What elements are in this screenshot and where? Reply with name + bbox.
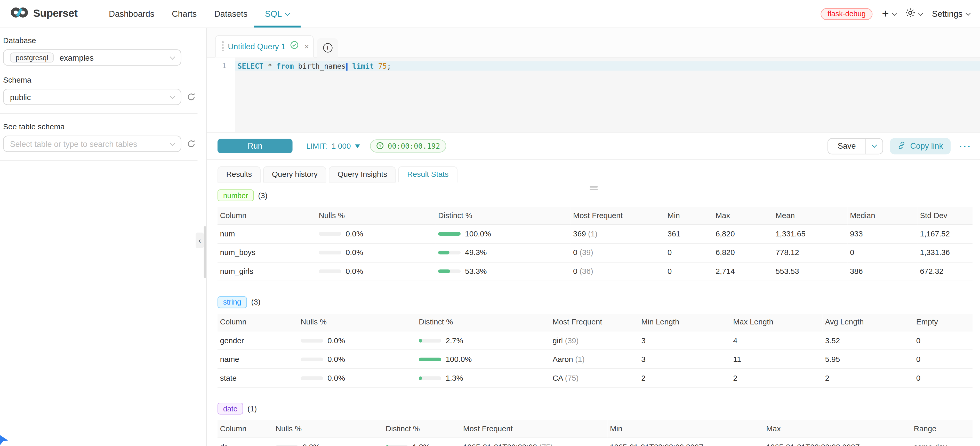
nav-item-sql[interactable]: SQL <box>256 0 298 28</box>
column-header: Max Length <box>731 314 822 331</box>
cell-min: 0 <box>665 262 713 281</box>
save-button[interactable]: Save <box>828 139 865 154</box>
distinct-bar <box>438 269 461 273</box>
line-number: 1 <box>207 61 226 70</box>
nulls-bar <box>319 251 341 255</box>
table-select[interactable]: Select table or type to search tables <box>3 136 181 152</box>
save-options-button[interactable] <box>865 139 883 154</box>
column-count: (3) <box>251 298 260 306</box>
nav-right-cluster: flask-debug + <box>821 0 970 28</box>
refresh-tables-icon[interactable] <box>187 139 196 148</box>
results-tabbar: Results Query history Query Insights Res… <box>207 160 980 183</box>
column-header: Min <box>608 420 764 438</box>
table-row: name 0.0% 100.0% Aaron (1) 3 11 5.95 0 <box>218 350 972 369</box>
cell-column-name: num_boys <box>218 243 317 262</box>
most-frequent-count: (1) <box>588 229 597 238</box>
column-header: Median <box>847 207 917 225</box>
distinct-bar <box>438 251 461 255</box>
nav-item-datasets[interactable]: Datasets <box>205 0 256 28</box>
distinct-pct: 53.3% <box>465 267 487 276</box>
distinct-pct: 100.0% <box>445 355 472 364</box>
most-frequent-value: Aaron <box>552 355 573 364</box>
column-header: Most Frequent <box>571 207 665 225</box>
table-header-row: Column Nulls % Distinct % Most Frequent … <box>218 420 972 438</box>
cell-max-length: 4 <box>731 331 822 350</box>
nulls-pct: 0.0% <box>345 267 363 276</box>
new-item-button[interactable]: + <box>882 8 896 19</box>
brand-name: Superset <box>33 8 77 20</box>
drag-handle-icon[interactable] <box>222 41 223 51</box>
cell-max: 1965-01-01T03:00:00.000Z <box>764 438 912 446</box>
schema-value: public <box>10 92 31 102</box>
editor-gutter: 1 <box>207 57 235 132</box>
copy-link-button[interactable]: Copy link <box>890 138 951 154</box>
cell-min: 0 <box>665 243 713 262</box>
run-button[interactable]: Run <box>218 139 293 153</box>
column-header: Most Frequent <box>550 314 639 331</box>
query-tab[interactable]: Untitled Query 1 × <box>215 35 314 57</box>
sidebar-scrollbar[interactable] <box>204 226 207 278</box>
column-header: Avg Length <box>822 314 914 331</box>
schema-select[interactable]: public <box>3 89 181 105</box>
tab-query-history[interactable]: Query history <box>263 166 326 183</box>
query-timer: 00:00:00.192 <box>370 139 446 153</box>
cell-max-length: 11 <box>731 350 822 369</box>
column-header: Column <box>218 314 298 331</box>
limit-dropdown[interactable]: LIMIT: 1 000 <box>306 142 360 150</box>
environment-badge: flask-debug <box>821 8 873 20</box>
distinct-bar <box>438 232 461 236</box>
type-badge-string: string <box>218 296 247 308</box>
nulls-bar <box>319 232 341 236</box>
distinct-pct: 49.3% <box>465 248 487 257</box>
cell-stddev: 1,167.52 <box>918 225 972 244</box>
database-engine-tag: postgresql <box>10 53 54 62</box>
cell-avg-length: 5.95 <box>822 350 914 369</box>
most-frequent-value: 0 <box>573 248 578 257</box>
refresh-schemas-icon[interactable] <box>187 92 196 101</box>
cell-stddev: 1,331.36 <box>918 243 972 262</box>
string-section: string (3) Column Nulls % Distinct % Mos… <box>218 296 972 388</box>
limit-value: 1 000 <box>332 142 351 150</box>
nav-item-charts[interactable]: Charts <box>163 0 205 28</box>
most-frequent-value: 1965-01-01T00:00:00 <box>463 443 537 446</box>
cell-column-name: num <box>218 225 317 244</box>
type-badge-date: date <box>218 403 243 414</box>
tab-results[interactable]: Results <box>218 166 261 183</box>
most-frequent-count: (75) <box>565 373 579 382</box>
table-schema-label: See table schema <box>3 123 206 131</box>
nulls-pct: 0.0% <box>302 443 320 446</box>
chevron-down-icon <box>285 10 290 16</box>
sql-token: limit <box>348 62 374 70</box>
column-header: Std Dev <box>918 207 972 225</box>
cell-column-name: ds <box>218 438 273 446</box>
tab-result-stats[interactable]: Result Stats <box>398 166 457 183</box>
type-badge-number: number <box>218 190 254 201</box>
new-query-tab-button[interactable]: + <box>317 38 338 57</box>
cell-min-length: 3 <box>639 331 731 350</box>
superset-logo[interactable]: Superset <box>10 0 78 28</box>
settings-menu[interactable]: Settings <box>932 9 970 18</box>
save-split-button: Save <box>827 138 883 154</box>
column-header: Min <box>665 207 713 225</box>
sql-editor-panel: Untitled Query 1 × + 1 <box>206 28 980 446</box>
cell-max: 2,714 <box>713 262 773 281</box>
close-tab-icon[interactable]: × <box>304 41 309 51</box>
more-options-button[interactable]: ··· <box>959 141 972 151</box>
result-stats-content: number (3) Column Nulls % Distinct % Mos… <box>207 183 980 446</box>
pane-resize-handle[interactable] <box>587 186 600 190</box>
plus-icon: + <box>882 7 889 19</box>
copy-link-label: Copy link <box>910 141 943 150</box>
table-select-placeholder: Select table or type to search tables <box>10 139 137 148</box>
distinct-pct: 2.7% <box>445 336 463 345</box>
collapse-sidebar-button[interactable]: ‹ <box>196 233 204 248</box>
editor-code-area[interactable]: SELECT * from birth_names limit 75; <box>235 57 980 132</box>
table-header-row: Column Nulls % Distinct % Most Frequent … <box>218 207 972 225</box>
tab-query-insights[interactable]: Query Insights <box>329 166 396 183</box>
cell-range: same day <box>912 438 972 446</box>
table-row: num_boys 0.0% 49.3% 0 (39) 0 6,820 778.1… <box>218 243 972 262</box>
column-header: Column <box>218 420 273 438</box>
database-select[interactable]: postgresql examples <box>3 49 181 65</box>
nav-item-dashboards[interactable]: Dashboards <box>100 0 163 28</box>
sql-code-editor[interactable]: 1 SELECT * from birth_names limit 75; <box>207 57 980 132</box>
theme-toggle[interactable] <box>906 8 923 20</box>
